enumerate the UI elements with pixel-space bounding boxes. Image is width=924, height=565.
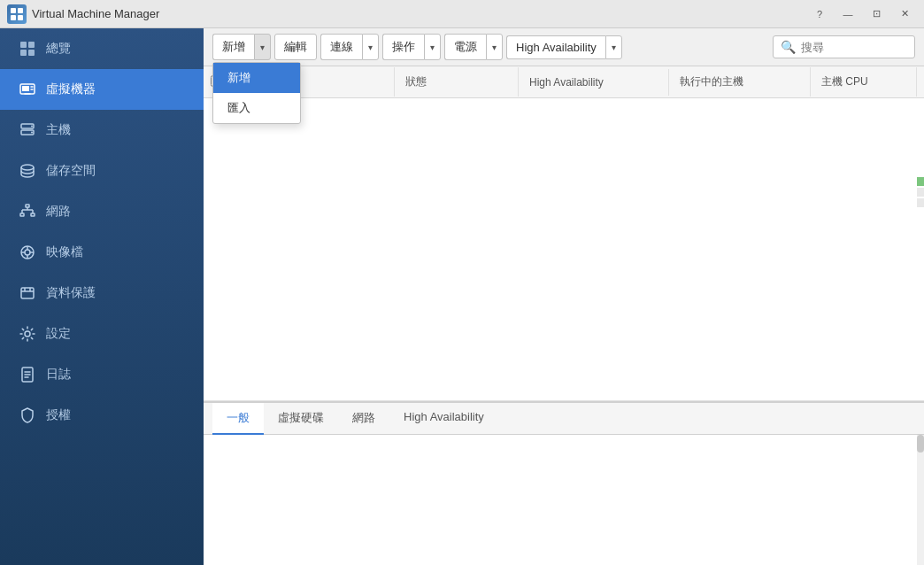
ha-main-button[interactable]: High Availability — [506, 35, 605, 59]
svg-rect-18 — [26, 205, 29, 207]
close-button[interactable]: ✕ — [892, 4, 917, 24]
sidebar-item-backup[interactable]: 資料保護 — [0, 273, 204, 313]
sidebar-label-settings: 設定 — [46, 326, 71, 342]
svg-rect-1 — [18, 8, 23, 13]
svg-point-15 — [31, 126, 33, 128]
sidebar-item-log[interactable]: 日誌 — [0, 354, 204, 395]
sidebar-item-network[interactable]: 網路 — [0, 191, 204, 232]
indicator-green-1 — [917, 177, 924, 186]
sidebar-item-storage[interactable]: 儲存空間 — [0, 151, 204, 191]
svg-rect-3 — [18, 15, 23, 20]
new-dropdown-menu: 新增 匯入 — [212, 62, 301, 124]
tab-vdisk[interactable]: 虛擬硬碟 — [264, 403, 338, 435]
svg-rect-2 — [11, 15, 16, 20]
bottom-content — [204, 435, 924, 565]
titlebar-left: Virtual Machine Manager — [7, 4, 159, 24]
svg-rect-7 — [28, 50, 35, 56]
search-box: 🔍 — [773, 35, 915, 58]
sidebar-label-log: 日誌 — [46, 367, 71, 383]
svg-point-26 — [25, 250, 30, 255]
settings-icon — [18, 324, 37, 344]
right-indicators — [917, 177, 924, 207]
sidebar-label-image: 映像檔 — [46, 244, 83, 260]
window-controls: ? — ⊡ ✕ — [807, 4, 917, 24]
svg-rect-4 — [20, 42, 27, 48]
col-header-status: 狀態 — [395, 67, 519, 97]
search-input[interactable] — [801, 41, 907, 54]
col-header-ha: High Availability — [519, 69, 669, 96]
new-main-button[interactable]: 新增 — [212, 34, 254, 60]
sidebar-item-settings[interactable]: 設定 — [0, 313, 204, 354]
scrollbar-thumb — [917, 435, 924, 453]
tab-ha[interactable]: High Availability — [389, 403, 498, 435]
svg-point-16 — [31, 132, 33, 134]
action-dropdown-arrow[interactable]: ▾ — [424, 34, 441, 60]
svg-rect-6 — [20, 50, 27, 56]
connect-dropdown-arrow[interactable]: ▾ — [362, 34, 379, 60]
scrollbar-track — [917, 435, 924, 565]
auth-icon — [18, 406, 37, 425]
col-header-cpu: 主機 CPU — [811, 67, 917, 97]
image-icon — [18, 243, 37, 262]
table-area: 名稱 狀態 High Availability 執行中的主機 主機 CPU IP… — [204, 66, 924, 401]
host-icon — [18, 120, 37, 140]
indicator-gray-1 — [917, 188, 924, 197]
edit-button[interactable]: 編輯 — [274, 34, 317, 60]
sidebar-label-auth: 授權 — [46, 407, 71, 423]
svg-rect-19 — [20, 213, 24, 216]
connect-button-group: 連線 ▾ — [320, 34, 379, 60]
toolbar: 新增 ▾ 編輯 連線 ▾ 操作 ▾ 電源 ▾ High Availability… — [204, 28, 924, 66]
sidebar-item-vm[interactable]: 虛擬機器 — [0, 69, 204, 110]
svg-rect-31 — [21, 288, 34, 298]
power-main-button[interactable]: 電源 — [444, 34, 486, 60]
svg-point-17 — [21, 165, 34, 170]
network-icon — [18, 202, 37, 221]
svg-rect-0 — [11, 8, 16, 13]
col-header-host: 執行中的主機 — [669, 67, 811, 97]
sidebar-label-overview: 總覽 — [46, 41, 71, 57]
svg-rect-9 — [22, 86, 29, 91]
search-icon: 🔍 — [781, 40, 796, 54]
action-button-group: 操作 ▾ — [382, 34, 441, 60]
power-button-group: 電源 ▾ — [444, 34, 503, 60]
connect-main-button[interactable]: 連線 — [320, 34, 362, 60]
bottom-panel: 一般 虛擬硬碟 網路 High Availability — [204, 401, 924, 565]
table-header: 名稱 狀態 High Availability 執行中的主機 主機 CPU IP… — [204, 66, 924, 98]
help-button[interactable]: ? — [807, 4, 832, 24]
sidebar-item-auth[interactable]: 授權 — [0, 395, 204, 436]
sidebar-label-vm: 虛擬機器 — [46, 81, 96, 97]
main-content: 新增 ▾ 編輯 連線 ▾ 操作 ▾ 電源 ▾ High Availability… — [204, 28, 924, 565]
bottom-tabs: 一般 虛擬硬碟 網路 High Availability — [204, 403, 924, 435]
table-body — [204, 98, 924, 258]
sidebar-label-host: 主機 — [46, 122, 71, 138]
sidebar-label-backup: 資料保護 — [46, 285, 96, 301]
window-title: Virtual Machine Manager — [32, 7, 159, 20]
sidebar-item-overview[interactable]: 總覽 — [0, 28, 204, 69]
backup-icon — [18, 283, 37, 303]
new-dropdown-arrow[interactable]: ▾ — [254, 34, 271, 60]
sidebar: 總覽 虛擬機器 — [0, 28, 204, 565]
ha-dropdown-arrow[interactable]: ▾ — [605, 35, 622, 59]
sidebar-label-storage: 儲存空間 — [46, 163, 96, 179]
restore-button[interactable]: ⊡ — [864, 4, 889, 24]
dropdown-item-new[interactable]: 新增 — [213, 63, 300, 93]
storage-icon — [18, 161, 37, 181]
tab-general[interactable]: 一般 — [212, 403, 264, 435]
grid-icon — [18, 39, 37, 58]
sidebar-item-image[interactable]: 映像檔 — [0, 232, 204, 273]
new-button-group: 新增 ▾ — [212, 34, 271, 60]
titlebar: Virtual Machine Manager ? — ⊡ ✕ — [0, 0, 924, 28]
action-main-button[interactable]: 操作 — [382, 34, 424, 60]
svg-point-35 — [25, 331, 30, 337]
dropdown-item-import[interactable]: 匯入 — [213, 93, 300, 123]
sidebar-item-host[interactable]: 主機 — [0, 110, 204, 151]
power-dropdown-arrow[interactable]: ▾ — [486, 34, 503, 60]
ha-button-group: High Availability ▾ — [506, 35, 622, 59]
app-logo — [7, 4, 27, 24]
minimize-button[interactable]: — — [835, 4, 860, 24]
tab-network[interactable]: 網路 — [338, 403, 389, 435]
sidebar-label-network: 網路 — [46, 204, 71, 220]
col-header-ip: IP — [917, 69, 924, 96]
vm-icon — [18, 80, 37, 99]
app-body: 總覽 虛擬機器 — [0, 28, 924, 565]
